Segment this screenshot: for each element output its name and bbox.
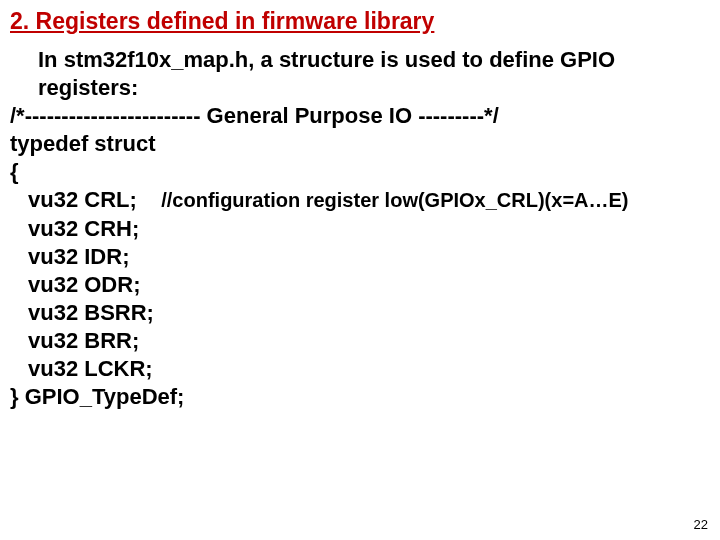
code-typedef: typedef struct [10,130,706,158]
code-idr: vu32 IDR; [10,243,706,271]
code-crl-comment: //configuration register low(GPIOx_CRL)(… [161,189,628,211]
intro-line-2: registers: [10,74,706,102]
slide-body: In stm32f10x_map.h, a structure is used … [10,46,706,412]
code-brr: vu32 BRR; [10,327,706,355]
code-odr: vu32 ODR; [10,271,706,299]
slide: 2. Registers defined in firmware library… [0,0,720,540]
code-crh: vu32 CRH; [10,215,706,243]
code-close: } GPIO_TypeDef; [10,383,706,411]
code-crl-field: vu32 CRL; [28,187,137,212]
code-lckr: vu32 LCKR; [10,355,706,383]
page-number: 22 [694,517,708,532]
intro-line-1: In stm32f10x_map.h, a structure is used … [10,46,706,74]
code-banner: /*------------------------ General Purpo… [10,102,706,130]
code-bsrr: vu32 BSRR; [10,299,706,327]
slide-title: 2. Registers defined in firmware library [10,8,706,36]
code-crl: vu32 CRL; //configuration register low(G… [10,186,706,214]
code-open-brace: { [10,158,706,186]
